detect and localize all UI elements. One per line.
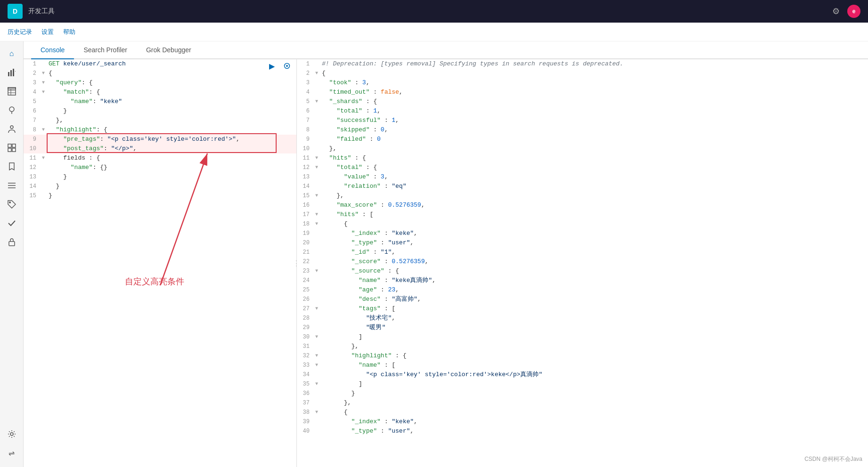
sidebar-icon-bookmark[interactable]: [3, 158, 20, 175]
svg-rect-20: [9, 242, 15, 246]
code-line: 12 ▼ "total" : {: [297, 163, 868, 172]
nav-history[interactable]: 历史记录: [8, 28, 32, 36]
sidebar-icon-chart[interactable]: [3, 64, 20, 81]
sidebar-icon-home[interactable]: ⌂: [3, 45, 20, 62]
code-line: 4 "timed_out" : false,: [297, 88, 868, 97]
code-line: 2 ▼ {: [297, 69, 868, 78]
sidebar-icon-person[interactable]: [3, 121, 20, 137]
code-line: 23 ▼ "_source" : {: [297, 266, 868, 276]
code-line: 3 "took" : 3,: [297, 78, 868, 88]
tab-console[interactable]: Console: [31, 41, 74, 59]
code-line: 30 ▼ ]: [297, 332, 868, 342]
svg-point-11: [10, 126, 13, 129]
code-line: 8 ▼ "highlight": {: [24, 125, 296, 135]
code-line: 5 "name": "keke": [24, 97, 296, 106]
code-line: 40 "_type" : "user",: [297, 427, 868, 436]
code-line: 5 ▼ "_shards" : {: [297, 97, 868, 106]
svg-point-19: [9, 201, 11, 203]
gear-icon[interactable]: ⚙: [829, 5, 843, 18]
code-editor-left[interactable]: 1 GET keke/user/_search 2 ▼ { 3 ▼ ": [24, 59, 296, 467]
code-line: 28 "技术宅",: [297, 314, 868, 323]
nav-help[interactable]: 帮助: [63, 28, 75, 36]
code-line: 13 }: [24, 172, 296, 182]
svg-point-22: [286, 65, 288, 67]
code-line: 9 "pre_tags": "<p class='key' style='col…: [24, 135, 296, 144]
code-line: 6 }: [24, 106, 296, 116]
code-line: 4 ▼ "match": {: [24, 88, 296, 97]
sidebar-icon-list[interactable]: [3, 177, 20, 194]
watermark: CSDN @柯柯不会Java: [804, 455, 862, 463]
resize-handle[interactable]: ⋮: [295, 59, 298, 467]
editor-toolbar: ▶: [266, 60, 293, 72]
code-line: 21 "_id" : "1",: [297, 248, 868, 257]
svg-rect-15: [12, 148, 16, 152]
code-line: 35 ▼ ]: [297, 379, 868, 389]
svg-point-9: [9, 107, 14, 112]
secondary-nav: 历史记录 设置 帮助: [0, 23, 868, 41]
sidebar-icon-settings[interactable]: [3, 426, 20, 443]
response-editor: 1 #! Deprecation: [types removal] Specif…: [297, 59, 868, 467]
sidebar-icon-tag[interactable]: [3, 196, 20, 213]
app-logo: D: [8, 4, 23, 19]
nav-settings[interactable]: 设置: [41, 28, 54, 36]
sidebar-icon-table[interactable]: [3, 83, 20, 100]
code-line: 31 },: [297, 342, 868, 351]
svg-point-21: [10, 433, 13, 435]
code-line: 15 ▼ },: [297, 191, 868, 201]
code-line: 1 GET keke/user/_search: [24, 59, 296, 69]
code-line: 39 "_index" : "keke",: [297, 417, 868, 427]
content-area: Console Search Profiler Grok Debugger ▶: [24, 41, 868, 467]
run-button[interactable]: ▶: [266, 60, 278, 72]
code-line: 13 "value" : 3,: [297, 172, 868, 182]
sidebar-icon-grid[interactable]: [3, 139, 20, 156]
sidebar-icon-lock[interactable]: [3, 234, 20, 250]
code-line: 27 ▼ "tags" : [: [297, 304, 868, 314]
code-line: 12 "name": {}: [24, 163, 296, 172]
svg-rect-0: [8, 72, 9, 76]
editor-area: ▶ 1 GET keke/user/_search 2: [24, 59, 868, 467]
code-line: 10 },: [297, 144, 868, 153]
code-line: 7 "successful" : 1,: [297, 116, 868, 125]
code-line: 24 "name" : "keke真滴帅",: [297, 276, 868, 285]
tab-grok-debugger[interactable]: Grok Debugger: [137, 41, 201, 59]
code-line: 9 "failed" : 0: [297, 135, 868, 144]
code-line: 19 "_index" : "keke",: [297, 229, 868, 238]
svg-rect-2: [13, 69, 14, 76]
sidebar-icon-check[interactable]: [3, 215, 20, 232]
tab-bar: Console Search Profiler Grok Debugger: [24, 41, 868, 59]
sidebar: ⌂: [0, 41, 24, 467]
code-line: 17 ▼ "hits" : [: [297, 210, 868, 219]
code-line: 38 ▼ {: [297, 408, 868, 417]
sidebar-icon-arrows[interactable]: ⇌: [3, 444, 20, 461]
code-line: 1 #! Deprecation: [types removal] Specif…: [297, 59, 868, 69]
code-line: 16 "max_score" : 0.5276359,: [297, 201, 868, 210]
code-line: 3 ▼ "query": {: [24, 78, 296, 88]
svg-rect-13: [12, 144, 16, 147]
code-line: 32 ▼ "highlight" : {: [297, 351, 868, 361]
code-line: 6 "total" : 1,: [297, 106, 868, 116]
code-line: 11 ▼ fields : {: [24, 153, 296, 163]
code-line: 18 ▼ {: [297, 219, 868, 229]
code-line: 22 "_score" : 0.5276359,: [297, 257, 868, 266]
code-line: 25 "age" : 23,: [297, 285, 868, 295]
code-line: 14 "relation" : "eq": [297, 182, 868, 191]
svg-rect-1: [10, 70, 12, 76]
settings-button[interactable]: [281, 60, 293, 72]
sidebar-icon-map[interactable]: [3, 102, 20, 119]
code-line: 7 },: [24, 116, 296, 125]
left-panel: ▶ 1 GET keke/user/_search 2: [24, 59, 297, 467]
code-line: 8 "skipped" : 0,: [297, 125, 868, 135]
code-line: 29 "暖男": [297, 323, 868, 332]
top-bar: D 开发工具 ⚙ e: [0, 0, 868, 23]
main-layout: ⌂: [0, 41, 868, 467]
code-line: 26 "desc" : "高富帅",: [297, 295, 868, 304]
svg-rect-3: [15, 71, 16, 72]
svg-rect-14: [8, 148, 11, 152]
tab-search-profiler[interactable]: Search Profiler: [74, 41, 137, 59]
code-line: 34 "<p class='key' style='color:red'>kek…: [297, 370, 868, 379]
code-line: 10 "post_tags": "</p>",: [24, 144, 296, 153]
code-line: 2 ▼ {: [24, 69, 296, 78]
app-title: 开发工具: [28, 7, 55, 16]
code-line: 15 }: [24, 191, 296, 201]
avatar[interactable]: e: [847, 5, 860, 18]
